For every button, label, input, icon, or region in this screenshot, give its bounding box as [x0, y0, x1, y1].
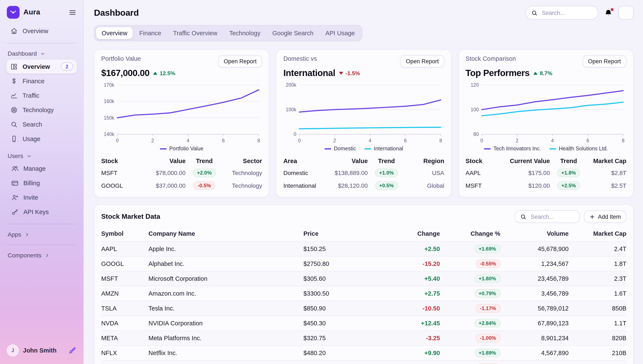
brand-name: Aura [23, 8, 40, 16]
card-value: Top Performers [466, 68, 529, 78]
sidebar-item-manage[interactable]: Manage [7, 162, 77, 176]
cell-company: NVIDIA Corporation [148, 316, 303, 331]
chevron-right-icon [45, 252, 50, 258]
sidebar-item-billing[interactable]: Billing [7, 176, 77, 190]
tab-traffic-overview[interactable]: Traffic Overview [167, 27, 223, 39]
legend-item: Health Solutions Ltd. [549, 146, 608, 152]
svg-text:0: 0 [116, 138, 119, 143]
sidebar-item-usage[interactable]: Usage [6, 132, 77, 146]
users-icon [11, 165, 19, 172]
cell-market-cap: 1.6T [569, 286, 626, 301]
triangle-up-icon [533, 72, 538, 74]
search-input[interactable] [541, 9, 593, 16]
sidebar-section-dashboard[interactable]: Dashboard [6, 48, 77, 59]
search-icon [531, 10, 538, 16]
cell-market-cap: 820B [569, 331, 626, 346]
section-title: Stock Market Data [101, 213, 160, 220]
add-item-button[interactable]: Add Item [584, 210, 626, 223]
sidebar-item-traffic[interactable]: Traffic [6, 88, 77, 103]
tab-api-usage[interactable]: API Usage [320, 27, 360, 39]
sidebar-item-overview[interactable]: Overview 2 [6, 59, 77, 74]
menu-hamburger-icon[interactable] [69, 8, 77, 16]
smartphone-icon [10, 135, 18, 143]
svg-text:6: 6 [586, 138, 589, 143]
trend-badge: +0.5% [375, 181, 398, 190]
svg-text:2: 2 [151, 138, 154, 143]
table-row: BABA Alibaba Group Holding $120.45 -2.15… [101, 360, 626, 364]
svg-text:160k: 160k [104, 98, 114, 104]
table-header-row: Symbol Company Name Price Change Change … [101, 226, 626, 242]
svg-text:4: 4 [551, 138, 554, 143]
chart-legend: Tech Innovators Inc. Health Solutions Lt… [466, 146, 626, 152]
credit-card-icon [11, 179, 19, 187]
cell-volume: 67,890,123 [500, 316, 569, 331]
sidebar-item-api-keys[interactable]: API Keys [7, 205, 77, 219]
legend-item: Portfolio Value [160, 146, 203, 152]
add-new-button[interactable] [618, 6, 634, 20]
table-search [515, 210, 580, 223]
chevron-down-icon [26, 153, 32, 159]
cell-price: $3300.50 [303, 286, 379, 301]
open-report-button[interactable]: Open Report [400, 55, 445, 68]
sidebar-section-apps[interactable]: Apps [6, 229, 77, 240]
portfolio-value-card: Portfolio Value Open Report $167,000.00 … [94, 49, 269, 198]
sidebar-item-technology[interactable]: Technology [6, 103, 77, 117]
global-search [526, 6, 598, 20]
tab-technology[interactable]: Technology [224, 27, 266, 39]
sidebar-item-invite[interactable]: Invite [7, 190, 77, 205]
svg-text:100k: 100k [286, 107, 297, 112]
cell-change: -3.25 [379, 331, 440, 346]
sidebar-item-search[interactable]: Search [6, 117, 77, 132]
tab-overview[interactable]: Overview [96, 27, 133, 39]
open-report-button[interactable]: Open Report [218, 55, 262, 68]
svg-text:8: 8 [622, 138, 624, 143]
cell-market-cap: 2.3T [569, 271, 626, 286]
svg-text:8: 8 [257, 138, 260, 143]
cell-company: Alphabet Inc. [148, 256, 303, 271]
cell-symbol: AAPL [101, 242, 148, 256]
cell-volume: 12,345,678 [500, 360, 569, 364]
cell-price: $305.60 [303, 271, 379, 286]
paintbrush-theme-icon[interactable] [68, 346, 77, 355]
notifications-bell-icon[interactable] [604, 8, 613, 17]
delta-badge: -1.5% [339, 70, 360, 76]
sidebar-item-finance[interactable]: Finance [6, 74, 77, 88]
cell-market-cap: 210B [569, 346, 626, 360]
legend-swatch [364, 148, 371, 149]
table-search-input[interactable] [530, 213, 574, 220]
brand-row: Aura [6, 5, 77, 19]
sidebar-item-overview-top[interactable]: Overview [6, 24, 77, 38]
dollar-icon [10, 77, 18, 85]
sidebar-section-components[interactable]: Components [6, 250, 77, 261]
key-icon [11, 208, 19, 216]
user-menu[interactable]: J John Smith [6, 343, 77, 358]
search-icon [10, 121, 18, 128]
market-header: Stock Market Data Add Item [101, 210, 626, 223]
stock-comparison-card: Stock Comparison Open Report Top Perform… [458, 49, 634, 198]
cell-company: Netflix Inc. [148, 346, 303, 360]
legend-item: Tech Innovators Inc. [484, 146, 541, 152]
legend-swatch [160, 148, 167, 149]
cell-volume: 56,789,012 [500, 301, 569, 316]
card-table: Stock Current Value Trend Market Cap AAP… [466, 156, 626, 192]
svg-text:8: 8 [440, 138, 442, 143]
cell-price: $480.20 [303, 346, 379, 360]
delta-badge: 8.7% [533, 70, 552, 76]
legend-item: International [364, 146, 403, 152]
svg-text:200k: 200k [286, 82, 297, 88]
cell-company: Alibaba Group Holding [148, 360, 303, 364]
change-pct-badge: -0.55% [476, 260, 500, 268]
app-window: Aura Overview Dashboard Overview 2 [0, 0, 643, 364]
cell-change: -2.15 [379, 360, 440, 364]
card-table: Stock Value Trend Sector MSFT $78,000.00… [101, 156, 262, 192]
cell-volume: 8,901,234 [500, 331, 569, 346]
svg-text:2: 2 [516, 138, 518, 143]
cell-symbol: TSLA [101, 301, 148, 316]
table-row: AAPL Apple Inc. $150.25 +2.50 +1.69% 45,… [101, 242, 626, 256]
tab-google-search[interactable]: Google Search [267, 27, 319, 39]
tab-finance[interactable]: Finance [134, 27, 167, 39]
line-chart-icon [10, 92, 18, 100]
trend-badge: +2.5% [557, 181, 580, 190]
open-report-button[interactable]: Open Report [582, 55, 626, 68]
sidebar-section-users[interactable]: Users [6, 150, 77, 162]
